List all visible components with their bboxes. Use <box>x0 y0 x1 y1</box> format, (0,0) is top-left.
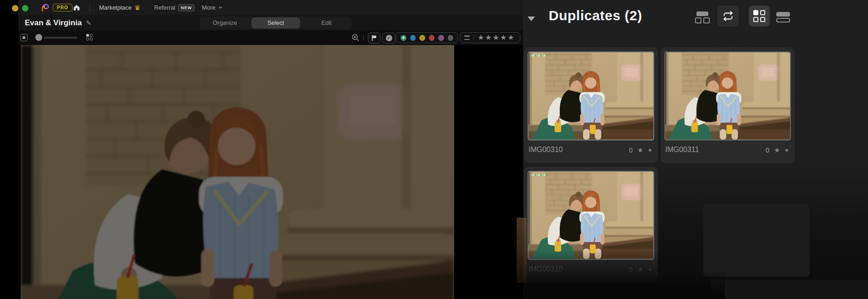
filename-label: IMG00310 <box>529 146 563 154</box>
color-label-icon[interactable]: ● <box>648 147 652 153</box>
picked-filter-button[interactable]: ✓ <box>382 33 395 44</box>
list-view-icon[interactable] <box>775 12 791 23</box>
edit-title-icon[interactable]: ✎ <box>86 20 91 26</box>
traffic-light-minimize[interactable] <box>12 5 18 11</box>
star-icon[interactable]: ★ <box>637 147 643 153</box>
rating-operator-icon[interactable] <box>464 35 470 40</box>
star-count: 0 <box>766 146 769 154</box>
project-title-wrap: Evan & Virginia ✎ <box>25 15 91 30</box>
crown-icon: ♛ <box>134 4 140 11</box>
check-circle-icon: ✓ <box>386 35 392 41</box>
color-label-blue[interactable] <box>410 35 416 41</box>
more-label: More <box>202 4 216 11</box>
exif-text-overlay <box>531 174 547 176</box>
duplicate-card: IMG00311 0 ★ ● <box>661 47 795 163</box>
thumbnail-size-icon[interactable] <box>20 34 28 41</box>
referral-label: Referral <box>154 4 175 11</box>
photo-dim-overlay <box>21 45 454 299</box>
grid-icon <box>753 10 765 22</box>
panel-title: Duplicates (2) <box>549 8 642 23</box>
topbar-divider <box>89 4 90 11</box>
exif-text-overlay <box>531 55 547 56</box>
flag-icon <box>371 35 377 41</box>
star-icon[interactable]: ★ <box>485 34 491 41</box>
aftershoot-logo[interactable] <box>40 2 51 13</box>
color-label-green[interactable] <box>401 35 406 41</box>
repeat-icon <box>722 10 734 22</box>
duplicate-card: IMG00310 0 ★ ● <box>524 167 658 283</box>
chevron-down-icon <box>218 6 223 10</box>
thumbnail-caption: IMG00311 0 ★ ● <box>665 143 789 157</box>
star-rating-filter: ★ ★ ★ ★ ★ <box>460 32 520 43</box>
project-title: Evan & Virginia <box>25 18 82 28</box>
card-fade-overlay <box>524 251 658 284</box>
thumbnail-img00310-group2[interactable] <box>528 171 654 260</box>
cycle-duplicates-button[interactable] <box>718 6 739 27</box>
background-panel-remnant <box>703 204 810 276</box>
star-icon[interactable]: ★ <box>478 34 484 41</box>
home-icon[interactable] <box>72 4 81 12</box>
star-icon[interactable]: ★ <box>493 34 499 41</box>
grid-view-icon[interactable] <box>86 34 93 41</box>
toolbar-divider <box>363 34 364 41</box>
color-label-filter <box>396 32 458 43</box>
compact-view-icon[interactable] <box>696 11 709 23</box>
tab-edit[interactable]: Edit <box>302 17 351 28</box>
top-bar-content: PRO Marketplace ♛ Referral NEW More <box>18 0 523 15</box>
new-badge: NEW <box>178 4 195 11</box>
photo-peek-sliver <box>517 218 527 283</box>
thumbnail-img00311[interactable] <box>664 51 791 141</box>
tab-select[interactable]: Select <box>251 17 300 28</box>
grid-view-button-active[interactable] <box>749 6 770 27</box>
star-icon[interactable]: ★ <box>507 34 514 41</box>
background-strip-remnant <box>711 280 868 299</box>
rating-stars: ★ ★ ★ ★ ★ <box>478 34 514 41</box>
project-header: Evan & Virginia ✎ Organize Select Edit <box>18 15 523 30</box>
color-label-yellow[interactable] <box>419 35 425 41</box>
nav-marketplace[interactable]: Marketplace ♛ <box>99 0 140 15</box>
tab-organize[interactable]: Organize <box>200 17 250 28</box>
zoom-slider-knob[interactable] <box>35 34 42 41</box>
color-label-icon[interactable]: ● <box>785 147 789 153</box>
marketplace-label: Marketplace <box>99 4 132 11</box>
mode-tabs: Organize Select Edit <box>200 17 352 29</box>
star-icon[interactable]: ★ <box>500 34 506 41</box>
thumbnail-meta: 0 ★ ● <box>629 146 652 154</box>
zoom-slider-track[interactable] <box>44 37 77 39</box>
filter-toolbar: ✓ ★ ★ ★ ★ ★ <box>18 30 523 45</box>
collapse-chevron-icon[interactable] <box>528 17 535 21</box>
star-count: 0 <box>629 146 633 154</box>
thumbnail-image <box>664 52 791 140</box>
color-label-gray[interactable] <box>448 35 454 41</box>
color-label-red[interactable] <box>429 35 435 41</box>
rating-divider <box>473 35 474 41</box>
star-icon[interactable]: ★ <box>774 147 780 153</box>
thumbnail-img00310[interactable] <box>528 51 654 141</box>
main-photo[interactable] <box>21 45 454 299</box>
thumbnail-image <box>528 172 654 259</box>
color-label-purple[interactable] <box>438 35 444 41</box>
thumbnail-caption: IMG00310 0 ★ ● <box>529 143 652 157</box>
filename-label: IMG00311 <box>665 146 699 154</box>
duplicate-card: IMG00310 0 ★ ● <box>524 47 658 163</box>
nav-more[interactable]: More <box>202 0 223 15</box>
nav-referral[interactable]: Referral NEW <box>154 0 195 15</box>
magnifier-zoom-icon[interactable] <box>351 34 360 42</box>
pro-badge: PRO <box>53 4 72 11</box>
thumbnail-image <box>528 52 654 140</box>
flag-filter-button[interactable] <box>368 33 380 44</box>
app-window: PRO Marketplace ♛ Referral NEW More Evan… <box>0 0 868 299</box>
duplicates-panel: Duplicates (2) <box>523 0 868 299</box>
thumbnail-meta: 0 ★ ● <box>766 146 789 154</box>
traffic-light-zoom[interactable] <box>22 5 28 11</box>
